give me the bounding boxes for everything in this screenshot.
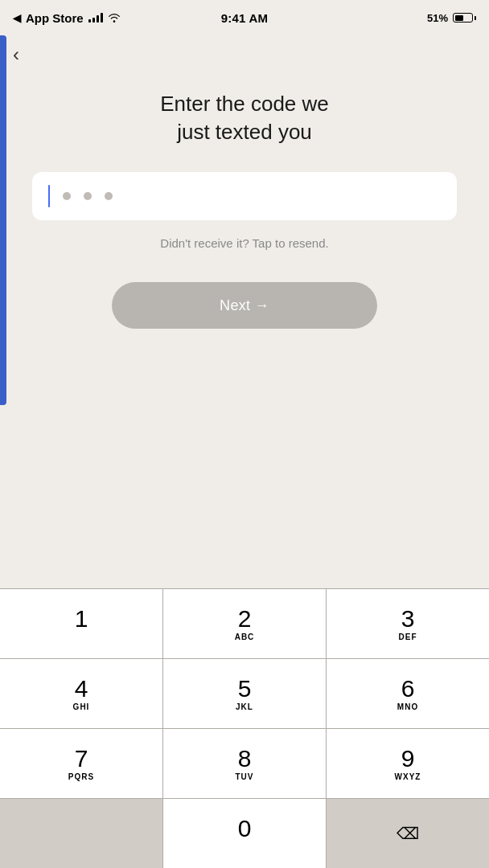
side-panel-decoration	[0, 35, 6, 405]
battery-icon	[453, 13, 476, 23]
status-right: 51%	[427, 12, 476, 24]
key-3[interactable]: 3 DEF	[327, 589, 489, 658]
back-indicator: ◀	[13, 12, 21, 24]
numeric-keyboard: 1 2 ABC 3 DEF 4 GHI 5 JKL 6 MNO 7 PQRS	[0, 588, 489, 868]
key-0[interactable]: 0	[163, 799, 327, 868]
keyboard-row-4: 0 ⌫	[0, 798, 489, 868]
key-2[interactable]: 2 ABC	[163, 589, 327, 658]
code-dot-2	[84, 192, 92, 200]
key-5[interactable]: 5 JKL	[163, 659, 327, 728]
text-cursor	[48, 185, 50, 207]
next-button-label: Next →	[220, 297, 269, 314]
carrier-label: App Store	[26, 11, 84, 25]
battery-percent-label: 51%	[427, 12, 448, 24]
signal-bars	[88, 13, 103, 23]
page-title: Enter the code wejust texted you	[160, 90, 329, 146]
status-bar: ◀ App Store 9:41 AM 51%	[0, 0, 489, 35]
key-6[interactable]: 6 MNO	[327, 659, 489, 728]
keyboard-row-2: 4 GHI 5 JKL 6 MNO	[0, 658, 489, 728]
page-title-text: Enter the code wejust texted you	[160, 92, 329, 144]
code-dot-3	[105, 192, 113, 200]
key-1[interactable]: 1	[0, 589, 163, 658]
key-empty	[0, 799, 163, 868]
key-7[interactable]: 7 PQRS	[0, 729, 163, 798]
resend-link[interactable]: Didn't receive it? Tap to resend.	[160, 236, 328, 250]
back-chevron-icon: ‹	[13, 45, 19, 64]
time-label: 9:41 AM	[221, 11, 268, 25]
key-delete[interactable]: ⌫	[327, 799, 489, 868]
main-content: Enter the code wejust texted you Didn't …	[0, 74, 489, 353]
key-9[interactable]: 9 WXYZ	[327, 729, 489, 798]
code-input-container[interactable]	[32, 172, 457, 220]
key-8[interactable]: 8 TUV	[163, 729, 327, 798]
next-button[interactable]: Next →	[112, 282, 377, 329]
key-4[interactable]: 4 GHI	[0, 659, 163, 728]
keyboard-row-3: 7 PQRS 8 TUV 9 WXYZ	[0, 728, 489, 798]
status-left: ◀ App Store	[13, 11, 121, 25]
delete-icon: ⌫	[397, 824, 419, 843]
wifi-icon	[108, 11, 121, 25]
code-dot-1	[63, 192, 71, 200]
keyboard-row-1: 1 2 ABC 3 DEF	[0, 588, 489, 658]
